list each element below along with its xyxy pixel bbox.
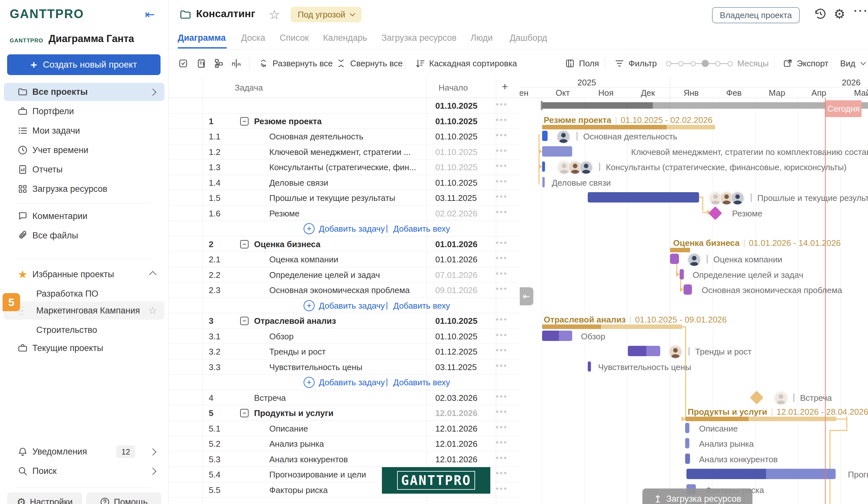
sidebar-item-избранные-проекты[interactable]: ★Избранные проекты — [4, 265, 164, 283]
more-menu-icon[interactable]: ··· — [854, 4, 868, 17]
slider-stop[interactable] — [666, 61, 671, 66]
row-menu-icon[interactable]: ••• — [496, 315, 508, 324]
export-button[interactable]: Экспорт — [783, 49, 828, 78]
row-menu-icon[interactable]: ••• — [496, 392, 508, 401]
tab-дашборд[interactable]: Дашборд — [510, 33, 547, 43]
tab-диаграмма[interactable]: Диаграмма — [178, 33, 226, 43]
create-project-button[interactable]: + Создать новый проект — [7, 54, 161, 75]
add-task-link[interactable]: Добавить задачу — [319, 378, 385, 388]
slider-stop[interactable] — [715, 61, 721, 66]
row-menu-icon[interactable]: ••• — [496, 469, 508, 477]
sidebar-item-загрузка-ресурсов[interactable]: Загрузка ресурсов — [4, 180, 164, 198]
add-task-link[interactable]: Добавить задачу — [319, 224, 385, 234]
column-width-icon[interactable] — [231, 49, 241, 78]
row-menu-icon[interactable]: ••• — [496, 407, 508, 416]
footer-button-settings[interactable]: ⚙Настройки — [7, 492, 82, 504]
sidebar-item-notifications[interactable]: Уведомления12 — [4, 442, 164, 461]
tab-календарь[interactable]: Календарь — [323, 33, 367, 43]
row-menu-icon[interactable]: ••• — [496, 207, 508, 217]
add-task-icon[interactable]: + — [303, 223, 314, 234]
sidebar-item-search[interactable]: Поиск — [4, 462, 164, 480]
add-milestone-link[interactable]: Добавить веху — [393, 378, 450, 388]
sidebar-item-маркетинговая-кампания[interactable]: ::::Маркетинговая Кампания☆ — [4, 302, 164, 319]
task-bar[interactable] — [670, 254, 679, 264]
slider-stop[interactable] — [727, 61, 733, 66]
row-menu-icon[interactable]: ••• — [496, 238, 508, 247]
add-task-icon[interactable]: + — [303, 300, 314, 311]
task-bar[interactable] — [542, 161, 545, 172]
row-menu-icon[interactable]: ••• — [496, 269, 508, 278]
sidebar-item-портфели[interactable]: Портфели — [4, 102, 164, 120]
task-bar[interactable] — [683, 284, 692, 295]
tab-список[interactable]: Список — [280, 33, 309, 43]
slider-stop-active[interactable] — [702, 60, 709, 67]
collapse-box-icon[interactable]: – — [240, 117, 249, 126]
view-dropdown[interactable]: Вид — [840, 49, 865, 78]
footer-button-help[interactable]: Помощь — [86, 492, 161, 504]
sidebar-item-разработка-по[interactable]: Разработка ПО — [4, 285, 164, 303]
sidebar-item-все-проекты[interactable]: Все проекты — [4, 83, 164, 101]
row-menu-icon[interactable]: ••• — [496, 284, 508, 293]
sidebar-item-учет-времени[interactable]: Учет времени — [4, 141, 164, 159]
row-menu-icon[interactable]: ••• — [496, 453, 508, 462]
sidebar-item-текущие-проекты[interactable]: Текущие проекты — [4, 339, 164, 357]
row-menu-icon[interactable]: ••• — [496, 130, 508, 139]
row-menu-icon[interactable]: ••• — [496, 330, 508, 339]
expand-all-button[interactable]: Развернуть все — [258, 49, 333, 78]
row-menu-icon[interactable]: ••• — [496, 253, 508, 262]
project-owner-button[interactable]: Владелец проекта — [712, 7, 800, 23]
tab-доска[interactable]: Доска — [241, 33, 265, 43]
milestone-diamond[interactable] — [709, 206, 722, 220]
row-menu-icon[interactable]: ••• — [496, 115, 508, 124]
task-bar[interactable] — [685, 438, 689, 448]
row-menu-icon[interactable]: ••• — [496, 99, 508, 109]
slider-stop[interactable] — [678, 61, 683, 66]
sidebar-item-мои-задачи[interactable]: Мои задачи — [4, 122, 164, 140]
overdue-tasks-icon[interactable] — [196, 49, 206, 78]
sidebar-item-комментарии[interactable]: Комментарии — [4, 207, 164, 225]
cascade-sort-button[interactable]: Каскадная сортировка — [415, 49, 517, 78]
row-menu-icon[interactable]: ••• — [496, 346, 508, 355]
row-menu-icon[interactable]: ••• — [496, 192, 508, 201]
add-task-icon[interactable]: + — [303, 377, 314, 388]
task-bar[interactable] — [680, 269, 684, 280]
row-menu-icon[interactable]: ••• — [496, 422, 508, 432]
task-bar[interactable] — [542, 146, 572, 157]
task-bar[interactable] — [542, 131, 548, 141]
collapse-all-button[interactable]: Свернуть все — [336, 49, 403, 78]
sidebar-collapse-icon[interactable]: ⇤ — [145, 8, 155, 21]
sidebar-item-все-файлы[interactable]: Все файлы — [4, 227, 164, 244]
add-task-link[interactable]: Добавить задачу — [319, 301, 385, 311]
star-remove-icon[interactable]: ☆ — [148, 304, 157, 317]
slider-stop[interactable] — [691, 61, 696, 66]
row-menu-icon[interactable]: ••• — [496, 146, 508, 155]
add-milestone-link[interactable]: Добавить веху — [393, 224, 450, 234]
task-bar[interactable] — [685, 423, 689, 433]
task-bar[interactable] — [588, 361, 591, 372]
tab-загрузка-ресурсов[interactable]: Загрузка ресурсов — [382, 33, 457, 43]
row-menu-icon[interactable]: ••• — [496, 361, 508, 370]
collapse-box-icon[interactable]: – — [240, 317, 249, 325]
sidebar-item-строительство[interactable]: Строительство — [4, 321, 164, 339]
grid-collapse-handle[interactable]: ⇤ — [520, 287, 533, 305]
favorite-star-icon[interactable]: ☆ — [269, 7, 280, 22]
collapse-box-icon[interactable]: – — [240, 409, 249, 417]
task-bar[interactable] — [588, 192, 699, 202]
history-icon[interactable] — [814, 7, 827, 21]
add-column-button[interactable]: + — [502, 80, 508, 93]
row-menu-icon[interactable]: ••• — [496, 161, 508, 170]
task-bar[interactable] — [542, 177, 545, 187]
tab-люди[interactable]: Люди — [471, 33, 493, 43]
row-menu-icon[interactable]: ••• — [496, 177, 508, 186]
collapse-box-icon[interactable]: – — [240, 240, 249, 249]
filter-button[interactable]: Фильтр — [614, 49, 657, 78]
subtasks-icon[interactable] — [214, 49, 224, 78]
row-menu-icon[interactable]: ••• — [496, 438, 508, 447]
select-tasks-icon[interactable] — [178, 49, 188, 78]
resource-load-button[interactable]: ↥ Загрузка ресурсов — [642, 489, 753, 504]
project-status-dropdown[interactable]: Под угрозой — [291, 7, 362, 22]
settings-gear-icon[interactable]: ⚙ — [834, 7, 845, 21]
milestone-diamond[interactable] — [750, 390, 764, 404]
add-milestone-link[interactable]: Добавить веху — [393, 301, 450, 311]
task-bar[interactable] — [685, 453, 690, 464]
